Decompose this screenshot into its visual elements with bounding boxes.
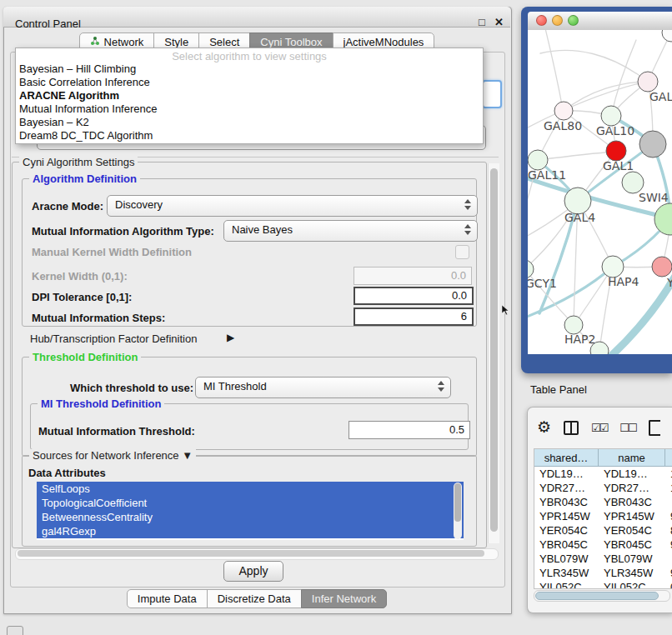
manual-kernel-checkbox[interactable] xyxy=(455,245,469,259)
attributes-scrollbar-thumb[interactable] xyxy=(454,483,461,522)
attribute-item-topologicalcoefficient[interactable]: TopologicalCoefficient xyxy=(37,496,464,510)
tab-style-label: Style xyxy=(164,36,188,48)
table-row[interactable]: YBR043CYBR043C xyxy=(534,495,672,509)
network-edge[interactable] xyxy=(528,267,613,318)
mi-steps-field[interactable]: 6 xyxy=(354,308,474,326)
column-header-name[interactable]: name xyxy=(599,449,665,467)
bottom-tab-discretize-data[interactable]: Discretize Data xyxy=(207,589,302,608)
table-cell: YPR145W xyxy=(599,509,665,523)
table-cell xyxy=(665,495,672,509)
network-node-gal11[interactable] xyxy=(528,150,548,170)
node-label-gal: GAL xyxy=(649,90,672,103)
algorithm-option-mutual-information-inference[interactable]: Mutual Information Inference xyxy=(16,102,483,116)
column-header-shared[interactable]: shared… xyxy=(534,449,599,467)
table-cell: 13 xyxy=(665,467,672,481)
algorithm-combobox-arrow[interactable] xyxy=(482,80,502,108)
tab-cyni-toolbox-label: Cyni Toolbox xyxy=(260,36,322,48)
settings-horizontal-scrollbar[interactable] xyxy=(15,548,499,560)
table-row[interactable]: YPR145WYPR145W9. xyxy=(534,509,672,523)
network-node-gcy1[interactable] xyxy=(528,260,534,278)
split-view-icon[interactable] xyxy=(564,421,579,435)
data-attributes-list[interactable]: SelfLoopsTopologicalCoefficientBetweenne… xyxy=(37,482,464,540)
algorithm-option-dream8-dc-tdc-algorithm[interactable]: Dream8 DC_TDC Algorithm xyxy=(16,129,483,142)
table-row[interactable]: YER054CYER054C8. xyxy=(534,523,672,538)
attributes-scrollbar[interactable] xyxy=(454,482,462,539)
table-header-row: shared…nameA xyxy=(534,449,672,467)
algorithm-option-bayesian-hill-climbing[interactable]: Bayesian – Hill Climbing xyxy=(16,62,483,76)
minimize-traffic-light[interactable] xyxy=(552,15,563,26)
bottom-tab-infer-network[interactable]: Infer Network xyxy=(301,589,387,608)
minimized-panel-icon[interactable] xyxy=(7,626,23,635)
mi-threshold-group-title: MI Threshold Definition xyxy=(38,398,164,410)
table-row[interactable]: YDR27…YDR27…12 xyxy=(534,481,672,495)
apply-button[interactable]: Apply xyxy=(223,561,283,582)
table-scrollbar-thumb[interactable] xyxy=(535,592,659,600)
attribute-item-gal4rgexp[interactable]: gal4RGexp xyxy=(37,524,464,538)
table-cell: YIL052C xyxy=(534,580,599,589)
close-window-icon[interactable]: ✕ xyxy=(494,17,504,28)
which-threshold-combobox[interactable]: MI Threshold xyxy=(195,377,451,398)
algorithm-option-basic-correlation-inference[interactable]: Basic Correlation Inference xyxy=(16,76,483,89)
which-threshold-value: MI Threshold xyxy=(203,380,267,392)
dpi-tolerance-label: DPI Tolerance [0,1]: xyxy=(32,291,132,303)
table-cell: YDR27… xyxy=(599,481,665,495)
algorithm-option-aracne-algorithm[interactable]: ARACNE Algorithm xyxy=(16,89,483,102)
node-label-gal1: GAL1 xyxy=(603,159,634,172)
network-edge[interactable] xyxy=(611,40,636,116)
table-cell: YDL19… xyxy=(534,467,599,481)
network-node-unlabeled[interactable] xyxy=(662,30,672,42)
expanded-arrow-icon[interactable]: ▼ xyxy=(182,449,193,462)
settings-horizontal-scrollbar-thumb[interactable] xyxy=(18,550,484,557)
table-horizontal-scrollbar[interactable] xyxy=(534,590,670,602)
network-window-titlebar[interactable] xyxy=(528,12,672,31)
table-row[interactable]: YDL19…YDL19…13 xyxy=(534,467,672,481)
table-row[interactable]: YBL079WYBL079W xyxy=(534,552,672,566)
bottom-tab-infer-network-label: Infer Network xyxy=(312,592,376,605)
network-node-gal10[interactable] xyxy=(601,106,621,126)
float-window-icon[interactable]: □ xyxy=(479,17,485,28)
combo-spinner-icon xyxy=(464,199,471,210)
mi-type-combobox[interactable]: Naive Bayes xyxy=(223,220,478,242)
table-row[interactable]: YBR045CYBR045C9. xyxy=(534,538,672,552)
table-cell: YBR045C xyxy=(599,538,665,552)
dpi-tolerance-field[interactable]: 0.0 xyxy=(354,287,474,305)
zoom-traffic-light[interactable] xyxy=(568,15,579,26)
settings-vertical-scrollbar-thumb[interactable] xyxy=(490,168,498,532)
bottom-tab-impute-data-label: Impute Data xyxy=(138,592,197,605)
close-traffic-light[interactable] xyxy=(536,15,547,26)
node-label-gcy1: GCY1 xyxy=(528,277,557,290)
hub-section-label[interactable]: Hub/Transcription Factor Definition xyxy=(30,332,197,345)
collapsed-arrow-icon[interactable]: ▶ xyxy=(227,332,234,343)
network-edge[interactable] xyxy=(544,30,563,109)
network-node-y[interactable] xyxy=(652,257,672,277)
node-label-swi4: SWI4 xyxy=(639,191,669,204)
deselect-all-icon[interactable] xyxy=(619,420,635,435)
network-node-gal[interactable] xyxy=(638,72,658,92)
attribute-item-betweennesscentrality[interactable]: BetweennessCentrality xyxy=(37,510,464,524)
network-edge[interactable] xyxy=(564,82,648,111)
mi-threshold-field[interactable]: 0.5 xyxy=(349,421,470,439)
bottom-tab-impute-data[interactable]: Impute Data xyxy=(127,589,208,608)
table-cell: YBL079W xyxy=(599,552,665,566)
algorithm-option-bayesian-k2[interactable]: Bayesian – K2 xyxy=(16,116,483,129)
node-table[interactable]: shared…nameAYDL19…YDL19…13YDR27…YDR27…12… xyxy=(534,448,672,589)
cyni-algorithm-settings-title: Cyni Algorithm Settings xyxy=(19,156,138,168)
attribute-item-selfloops[interactable]: SelfLoops xyxy=(37,482,464,496)
select-all-icon[interactable] xyxy=(591,420,607,435)
network-node-unlabeled[interactable] xyxy=(654,203,672,235)
network-node-gal1[interactable] xyxy=(606,141,626,161)
network-node-gal80[interactable] xyxy=(554,102,573,120)
network-node-unlabeled[interactable] xyxy=(639,131,666,158)
column-header-a[interactable]: A xyxy=(665,449,672,467)
algorithm-dropdown-popup: Select algorithm to view settings Bayesi… xyxy=(15,48,484,144)
table-row[interactable]: YLR345WYLR345W9. xyxy=(534,566,672,580)
aracne-mode-combobox[interactable]: Discovery xyxy=(107,195,478,217)
page-partial-icon[interactable] xyxy=(649,420,660,436)
table-row[interactable]: YIL052CYIL052C0. xyxy=(534,580,672,589)
settings-vertical-scrollbar[interactable] xyxy=(488,163,499,543)
network-canvas[interactable]: GALGAL80GAL10GAL1GAL11SWI4GAL4GCY1HAP4YH… xyxy=(528,30,672,354)
network-node-hap2[interactable] xyxy=(564,316,583,334)
gear-icon[interactable] xyxy=(537,419,551,436)
table-cell: YER054C xyxy=(534,523,599,538)
kernel-width-field[interactable]: 0.0 xyxy=(354,267,472,285)
